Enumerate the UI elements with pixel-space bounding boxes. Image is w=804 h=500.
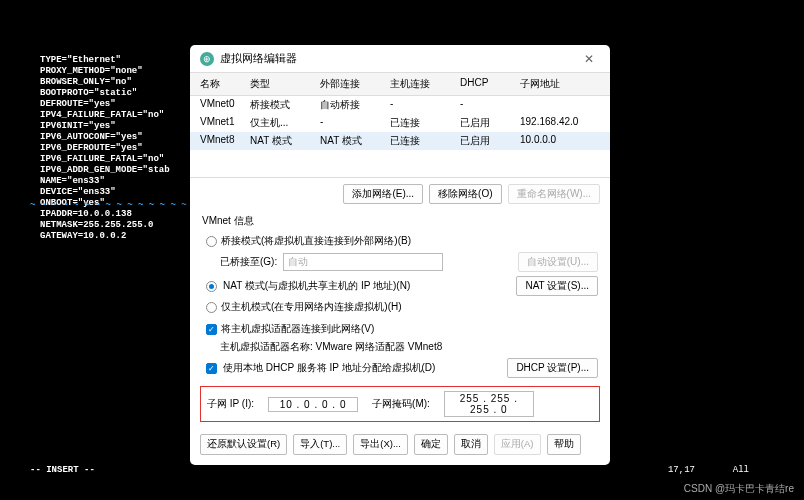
table-row[interactable]: VMnet0桥接模式自动桥接-- [190, 96, 610, 114]
restore-defaults-button[interactable]: 还原默认设置(R) [200, 434, 287, 455]
app-icon: ⊕ [200, 52, 214, 66]
hostonly-radio[interactable] [206, 302, 217, 313]
vim-cursor-pos: 17,17 All [668, 465, 749, 475]
bridge-radio[interactable] [206, 236, 217, 247]
host-adapter-name: 主机虚拟适配器名称: VMware 网络适配器 VMnet8 [220, 340, 442, 354]
export-button[interactable]: 导出(X)... [353, 434, 408, 455]
bridged-to-label: 已桥接至(G): [220, 255, 277, 269]
connect-host-label: 将主机虚拟适配器连接到此网络(V) [221, 322, 374, 336]
subnet-mask-label: 子网掩码(M): [372, 397, 430, 411]
help-button[interactable]: 帮助 [547, 434, 581, 455]
dialog-title: 虚拟网络编辑器 [220, 51, 578, 66]
rename-network-button: 重命名网络(W)... [508, 184, 600, 204]
titlebar[interactable]: ⊕ 虚拟网络编辑器 ✕ [190, 45, 610, 73]
table-row[interactable]: VMnet8NAT 模式NAT 模式已连接已启用10.0.0.0 [190, 132, 610, 150]
close-icon[interactable]: ✕ [578, 52, 600, 66]
table-row[interactable]: VMnet1仅主机...-已连接已启用192.168.42.0 [190, 114, 610, 132]
vim-mode: -- INSERT -- [30, 465, 95, 475]
cancel-button[interactable]: 取消 [454, 434, 488, 455]
subnet-highlight: 子网 IP (I): 10 . 0 . 0 . 0 子网掩码(M): 255 .… [200, 386, 600, 422]
watermark: CSDN @玛卡巴卡青结re [684, 482, 794, 496]
import-button[interactable]: 导入(T)... [293, 434, 347, 455]
dhcp-settings-button[interactable]: DHCP 设置(P)... [507, 358, 598, 378]
col-ext[interactable]: 外部连接 [320, 77, 390, 91]
remove-network-button[interactable]: 移除网络(O) [429, 184, 501, 204]
table-header: 名称 类型 外部连接 主机连接 DHCP 子网地址 [190, 73, 610, 96]
nat-radio[interactable] [206, 281, 217, 292]
nat-settings-button[interactable]: NAT 设置(S)... [516, 276, 598, 296]
subnet-ip-label: 子网 IP (I): [207, 397, 254, 411]
networks-table: 名称 类型 外部连接 主机连接 DHCP 子网地址 VMnet0桥接模式自动桥接… [190, 73, 610, 178]
terminal-config: TYPE="Ethernet"PROXY_METHOD="none"BROWSE… [40, 55, 170, 242]
virtual-network-editor-dialog: ⊕ 虚拟网络编辑器 ✕ 名称 类型 外部连接 主机连接 DHCP 子网地址 VM… [190, 45, 610, 465]
dhcp-label: 使用本地 DHCP 服务将 IP 地址分配给虚拟机(D) [223, 361, 435, 375]
dhcp-checkbox[interactable] [206, 363, 217, 374]
nat-label: NAT 模式(与虚拟机共享主机的 IP 地址)(N) [223, 279, 410, 293]
subnet-mask-input[interactable]: 255 . 255 . 255 . 0 [444, 391, 534, 417]
col-type[interactable]: 类型 [250, 77, 320, 91]
col-subnet[interactable]: 子网地址 [520, 77, 600, 91]
bridge-label: 桥接模式(将虚拟机直接连接到外部网络)(B) [221, 234, 411, 248]
add-network-button[interactable]: 添加网络(E)... [343, 184, 423, 204]
col-host[interactable]: 主机连接 [390, 77, 460, 91]
vmnet-info-title: VMnet 信息 [202, 214, 598, 228]
auto-settings-button: 自动设置(U)... [518, 252, 598, 272]
connect-host-checkbox[interactable] [206, 324, 217, 335]
col-name[interactable]: 名称 [200, 77, 250, 91]
bridged-to-select[interactable]: 自动 [283, 253, 443, 271]
subnet-ip-input[interactable]: 10 . 0 . 0 . 0 [268, 397, 358, 412]
ok-button[interactable]: 确定 [414, 434, 448, 455]
hostonly-label: 仅主机模式(在专用网络内连接虚拟机)(H) [221, 300, 402, 314]
col-dhcp[interactable]: DHCP [460, 77, 520, 91]
apply-button: 应用(A) [494, 434, 541, 455]
